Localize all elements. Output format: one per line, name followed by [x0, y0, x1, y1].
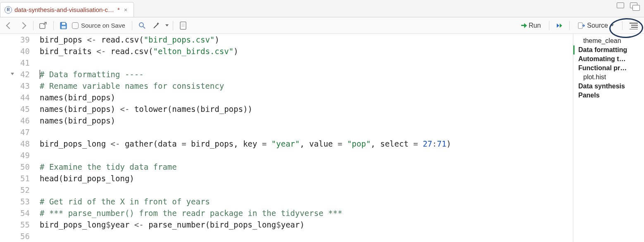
- rerun-button[interactable]: [553, 20, 565, 31]
- checkbox-icon: [72, 22, 79, 29]
- line-number: 39: [0, 34, 30, 45]
- fold-indicator-icon[interactable]: [11, 73, 14, 75]
- tab-bar: R data-synthesis-and-visualisation-c… * …: [0, 0, 644, 17]
- line-number: 48: [0, 138, 30, 149]
- line-number: 41: [0, 57, 30, 69]
- run-button[interactable]: Run: [517, 20, 545, 31]
- outline-section[interactable]: Data formatting: [577, 45, 641, 55]
- code-editor[interactable]: bird_pops <- read.csv("bird_pops.csv")bi…: [36, 34, 573, 242]
- code-line[interactable]: bird_pops_long$year <- parse_number(bird…: [40, 219, 573, 230]
- compile-report-button[interactable]: [177, 20, 189, 31]
- code-line[interactable]: [40, 184, 573, 196]
- toolbar-separator: [569, 21, 570, 30]
- line-number: 55: [0, 219, 30, 230]
- line-number: 44: [0, 92, 30, 103]
- code-line[interactable]: # Examine the tidy data frame: [40, 161, 573, 173]
- svg-line-5: [154, 24, 158, 28]
- svg-rect-6: [180, 22, 186, 29]
- line-number: 45: [0, 103, 30, 115]
- line-number: 46: [0, 115, 30, 126]
- outline-section[interactable]: Panels: [577, 91, 641, 100]
- code-line[interactable]: names(bird_pops): [40, 92, 573, 103]
- code-line[interactable]: [40, 149, 573, 161]
- code-line[interactable]: [40, 57, 573, 69]
- svg-point-3: [139, 23, 143, 27]
- toggle-outline-button[interactable]: [627, 20, 641, 31]
- svg-rect-1: [62, 23, 65, 25]
- editor-main: 394041424344454647484950515253545556 bir…: [0, 34, 644, 242]
- code-line[interactable]: # Rename variable names for consistency: [40, 80, 573, 92]
- svg-rect-2: [62, 26, 66, 28]
- line-number: 56: [0, 230, 30, 242]
- toolbar-separator: [173, 21, 173, 30]
- svg-rect-10: [578, 23, 582, 28]
- code-line[interactable]: names(bird_pops): [40, 115, 573, 126]
- source-on-save-toggle[interactable]: Source on Save: [72, 22, 128, 29]
- line-number: 40: [0, 45, 30, 57]
- line-number: 50: [0, 161, 30, 173]
- run-arrow-icon: [521, 23, 527, 28]
- minimize-pane-icon[interactable]: [616, 2, 628, 12]
- code-line[interactable]: names(bird_pops) <- tolower(names(bird_p…: [40, 103, 573, 115]
- document-outline: theme_cleanData formattingAutomating t…F…: [573, 34, 644, 242]
- source-button[interactable]: Source: [574, 20, 618, 31]
- outline-current-marker: [573, 45, 575, 55]
- toolbar-separator: [33, 21, 33, 30]
- line-number: 43: [0, 80, 30, 92]
- outline-function[interactable]: theme_clean: [577, 36, 641, 45]
- popout-button[interactable]: [38, 20, 49, 31]
- source-icon: [578, 22, 585, 29]
- toolbar-separator: [622, 21, 623, 30]
- code-tools-button[interactable]: [150, 20, 162, 31]
- line-number: 42: [0, 69, 30, 80]
- toolbar-separator: [132, 21, 132, 30]
- outline-function[interactable]: plot.hist: [577, 73, 641, 82]
- nav-back-button[interactable]: [3, 20, 15, 31]
- arrow-right-icon: [19, 22, 27, 29]
- toolbar-separator: [53, 21, 54, 30]
- outline-section[interactable]: Functional pr…: [577, 64, 641, 73]
- line-number-gutter: 394041424344454647484950515253545556: [0, 34, 36, 242]
- toolbar-separator: [549, 21, 549, 30]
- code-line[interactable]: head(bird_pops_long): [40, 173, 573, 184]
- code-line[interactable]: # *** parse_number() from the readr pack…: [40, 207, 573, 219]
- svg-line-4: [143, 26, 145, 28]
- code-line[interactable]: bird_pops_long <- gather(data = bird_pop…: [40, 138, 573, 149]
- code-line[interactable]: bird_pops <- read.csv("bird_pops.csv"): [40, 34, 573, 45]
- code-tools-dropdown-icon[interactable]: [165, 24, 169, 26]
- outline-section[interactable]: Data synthesis: [577, 82, 641, 91]
- line-number: 51: [0, 173, 30, 184]
- r-file-icon: R: [5, 6, 12, 14]
- source-on-save-label: Source on Save: [81, 22, 125, 29]
- find-replace-button[interactable]: [136, 20, 148, 31]
- run-label: Run: [529, 22, 541, 29]
- pane-window-controls: [616, 2, 642, 12]
- file-tab[interactable]: R data-synthesis-and-visualisation-c… * …: [0, 2, 134, 17]
- editor-toolbar: Source on Save Run Source: [0, 17, 644, 34]
- line-number: 47: [0, 126, 30, 138]
- arrow-left-icon: [5, 22, 13, 29]
- maximize-pane-icon[interactable]: [629, 2, 642, 12]
- code-line[interactable]: bird_traits <- read.csv("elton_birds.csv…: [40, 45, 573, 57]
- save-button[interactable]: [58, 20, 69, 31]
- nav-forward-button[interactable]: [17, 20, 29, 31]
- source-dropdown-icon[interactable]: [611, 24, 614, 26]
- outline-section[interactable]: Automating t…: [577, 55, 641, 64]
- line-number: 49: [0, 149, 30, 161]
- source-label: Source: [587, 22, 608, 29]
- line-number: 53: [0, 196, 30, 207]
- line-number: 52: [0, 184, 30, 196]
- code-line[interactable]: [40, 126, 573, 138]
- file-tab-title: data-synthesis-and-visualisation-c…: [14, 6, 114, 13]
- unsaved-indicator: *: [117, 6, 120, 13]
- editor-area[interactable]: 394041424344454647484950515253545556 bir…: [0, 34, 573, 242]
- code-line[interactable]: # Get rid of the X in front of years: [40, 196, 573, 207]
- code-line[interactable]: [40, 230, 573, 242]
- code-line[interactable]: # Data formatting ----: [40, 69, 573, 80]
- line-number: 54: [0, 207, 30, 219]
- close-tab-icon[interactable]: ×: [124, 6, 128, 13]
- rerun-icon: [557, 24, 562, 28]
